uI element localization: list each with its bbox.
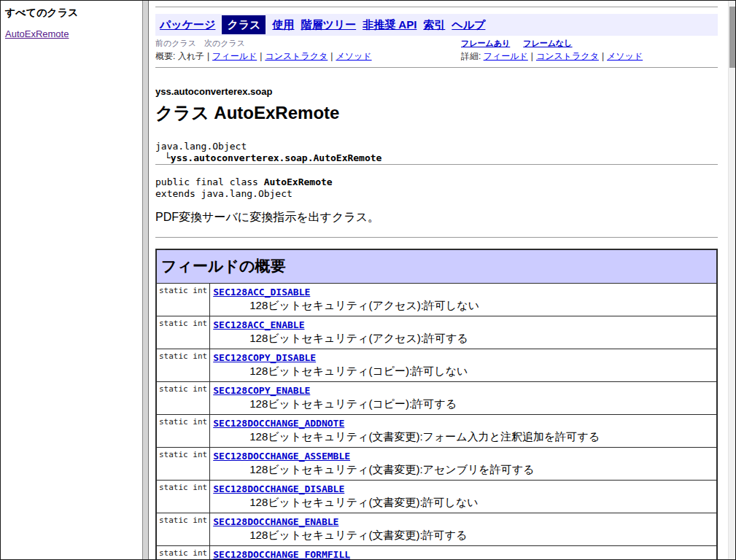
field-description: 128ビットセキュリティ(文書変更):許可する xyxy=(213,528,713,542)
detail-field-link[interactable]: フィールド xyxy=(484,51,528,61)
field-description: 128ビットセキュリティ(文書変更):許可しない xyxy=(213,495,713,510)
field-summary-table: フィールドの概要 static int SEC128ACC_DISABLE128… xyxy=(155,249,718,559)
field-description: 128ビットセキュリティ(アクセス):許可する xyxy=(213,331,713,346)
nav-link-tree[interactable]: 階層ツリー xyxy=(301,18,356,32)
field-description: 128ビットセキュリティ(コピー):許可する xyxy=(213,397,713,411)
class-description: PDF変換サーバに変換指示を出すクラス。 xyxy=(155,210,718,225)
extends-clause: extends java.lang.Object xyxy=(155,188,718,200)
field-modifier: static int xyxy=(156,546,210,560)
field-modifier: static int xyxy=(156,415,210,448)
package-name: yss.autoconverterex.soap xyxy=(155,86,718,97)
field-modifier: static int xyxy=(156,284,210,316)
navbar-subrow-1: 前のクラス 次のクラス フレームありフレームなし xyxy=(155,38,718,48)
field-row: static int SEC128COPY_DISABLE128ビットセキュリテ… xyxy=(156,349,717,382)
field-row: static int SEC128ACC_ENABLE128ビットセキュリティ(… xyxy=(156,316,717,349)
all-classes-frame: すべてのクラス AutoExRemote xyxy=(1,1,142,559)
nav-link-help[interactable]: ヘルプ xyxy=(452,18,485,32)
separator: | xyxy=(260,51,262,61)
field-link[interactable]: SEC128DOCCHANGE_ENABLE xyxy=(213,516,338,527)
navbar-bottom-rule xyxy=(155,67,718,69)
class-title: クラス AutoExRemote xyxy=(155,101,718,125)
separator: | xyxy=(531,51,533,61)
field-description: 128ビットセキュリティ(アクセス):許可しない xyxy=(213,298,713,313)
class-list-link-autoexremote[interactable]: AutoExRemote xyxy=(5,28,69,39)
class-hierarchy: java.lang.Object └yss.autoconverterex.so… xyxy=(155,141,718,164)
field-row: static int SEC128DOCCHANGE_FORMFILL xyxy=(156,546,717,560)
summary-field-link[interactable]: フィールド xyxy=(212,51,257,61)
field-modifier: static int xyxy=(156,316,210,349)
nav-link-deprecated[interactable]: 非推奨 API xyxy=(363,18,417,32)
prev-class-label: 前のクラス xyxy=(155,39,196,47)
scrollbar-thumb[interactable] xyxy=(729,7,735,68)
field-modifier: static int xyxy=(156,481,210,513)
frame-divider[interactable] xyxy=(142,1,149,559)
description-bottom-rule xyxy=(155,237,718,238)
browser-frameset: すべてのクラス AutoExRemote パッケージ クラス 使用 階層ツリー … xyxy=(0,0,736,560)
field-link[interactable]: SEC128DOCCHANGE_DISABLE xyxy=(213,483,344,494)
field-link[interactable]: SEC128DOCCHANGE_ASSEMBLE xyxy=(213,451,350,462)
top-rule xyxy=(155,7,718,8)
summary-label: 概要: xyxy=(155,51,175,61)
field-row: static int SEC128COPY_ENABLE128ビットセキュリティ… xyxy=(156,382,717,415)
field-row: static int SEC128ACC_DISABLE128ビットセキュリティ… xyxy=(156,284,717,316)
field-row: static int SEC128DOCCHANGE_ADDNOTE128ビット… xyxy=(156,415,717,448)
frames-link[interactable]: フレームあり xyxy=(461,39,510,47)
next-class-label: 次のクラス xyxy=(204,39,245,47)
separator: | xyxy=(207,51,209,61)
all-classes-heading: すべてのクラス xyxy=(5,7,138,20)
field-link[interactable]: SEC128COPY_ENABLE xyxy=(213,385,310,396)
field-description: 128ビットセキュリティ(コピー):許可しない xyxy=(213,364,713,378)
nav-selected-class: クラス xyxy=(222,15,266,34)
hierarchy-leaf: └yss.autoconverterex.soap.AutoExRemote xyxy=(155,152,718,164)
navbar-subrow-2: 概要: 入れ子|フィールド|コンストラクタ|メソッド 詳細: フィールド|コンス… xyxy=(155,51,718,62)
field-link[interactable]: SEC128ACC_ENABLE xyxy=(213,319,304,330)
field-row: static int SEC128DOCCHANGE_ASSEMBLE128ビッ… xyxy=(156,448,717,481)
declared-class-name: AutoExRemote xyxy=(264,176,333,187)
summary-nested-label: 入れ子 xyxy=(178,51,204,61)
field-row: static int SEC128DOCCHANGE_ENABLE128ビットセ… xyxy=(156,513,717,546)
separator: | xyxy=(602,51,604,61)
field-modifier: static int xyxy=(156,448,210,481)
hierarchy-root: java.lang.Object xyxy=(155,141,718,152)
field-modifier: static int xyxy=(156,513,210,546)
field-summary-header-row: フィールドの概要 xyxy=(156,249,717,284)
detail-constructor-link[interactable]: コンストラクタ xyxy=(536,51,599,61)
field-modifier: static int xyxy=(156,382,210,415)
detail-method-link[interactable]: メソッド xyxy=(607,51,643,61)
tree-branch-glyph: └ xyxy=(165,152,171,163)
nav-link-packages[interactable]: パッケージ xyxy=(160,18,215,32)
class-declaration: public final class AutoExRemote extends … xyxy=(155,176,718,200)
field-link[interactable]: SEC128DOCCHANGE_ADDNOTE xyxy=(213,418,344,429)
field-modifier: static int xyxy=(156,349,210,382)
field-description: 128ビットセキュリティ(文書変更):アセンブリを許可する xyxy=(213,462,713,477)
field-row: static int SEC128DOCCHANGE_DISABLE128ビット… xyxy=(156,481,717,513)
field-link[interactable]: SEC128ACC_DISABLE xyxy=(213,287,310,298)
separator: | xyxy=(330,51,333,61)
field-summary-heading: フィールドの概要 xyxy=(156,249,717,284)
class-detail-frame: パッケージ クラス 使用 階層ツリー 非推奨 API 索引 ヘルプ 前のクラス … xyxy=(149,1,735,559)
field-link[interactable]: SEC128COPY_DISABLE xyxy=(213,352,316,363)
vertical-scrollbar[interactable] xyxy=(728,1,735,559)
field-link[interactable]: SEC128DOCCHANGE_FORMFILL xyxy=(213,549,350,559)
nav-link-index[interactable]: 索引 xyxy=(423,18,445,32)
noframes-link[interactable]: フレームなし xyxy=(523,39,572,47)
top-navbar: パッケージ クラス 使用 階層ツリー 非推奨 API 索引 ヘルプ xyxy=(155,14,718,36)
hierarchy-bottom-rule xyxy=(155,164,718,166)
field-description: 128ビットセキュリティ(文書変更):フォーム入力と注釈追加を許可する xyxy=(213,429,713,444)
detail-label: 詳細: xyxy=(461,51,481,61)
summary-method-link[interactable]: メソッド xyxy=(336,51,371,61)
summary-constructor-link[interactable]: コンストラクタ xyxy=(265,51,328,61)
nav-link-use[interactable]: 使用 xyxy=(272,18,294,32)
